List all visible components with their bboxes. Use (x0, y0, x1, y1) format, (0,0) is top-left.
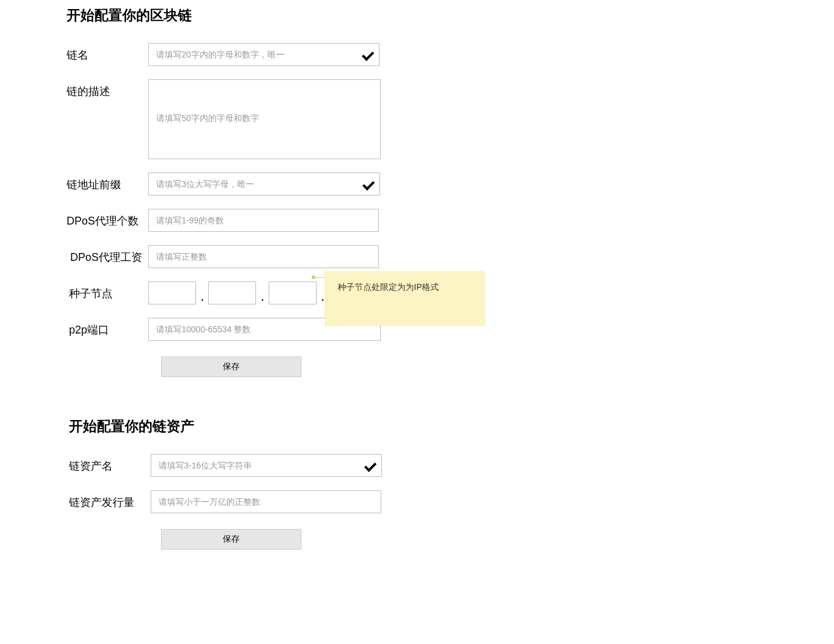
dpos-count-label: DPoS代理个数 (67, 209, 148, 228)
assetissue-label: 链资产发行量 (69, 490, 151, 510)
prefix-input[interactable] (148, 172, 380, 196)
seed-label: 种子节点 (67, 281, 148, 301)
prefix-label: 链地址前缀 (67, 172, 148, 192)
p2p-label: p2p端口 (67, 318, 148, 337)
dpos-count-input[interactable] (148, 209, 379, 232)
save-button-2[interactable]: 保存 (161, 529, 301, 550)
seed-ip-1[interactable] (148, 281, 196, 304)
ip-dot: . (321, 292, 324, 304)
dpos-wage-label: DPoS代理工资 (67, 245, 148, 264)
ip-dot: . (261, 292, 263, 304)
chainname-input[interactable] (148, 43, 379, 66)
assetissue-input[interactable] (151, 490, 381, 513)
annotation-box: 种子节点处限定为为IP格式 (324, 271, 485, 326)
desc-input[interactable] (148, 79, 381, 159)
section1-title: 开始配置你的区块链 (67, 6, 767, 25)
ip-dot: . (201, 292, 203, 304)
annotation-text: 种子节点处限定为为IP格式 (338, 282, 439, 292)
save-button-1[interactable]: 保存 (161, 356, 301, 377)
seed-ip-2[interactable] (208, 281, 256, 304)
desc-label: 链的描述 (67, 79, 148, 99)
assetname-input[interactable] (151, 454, 382, 477)
section2-title: 开始配置你的链资产 (69, 417, 767, 436)
dpos-wage-input[interactable] (148, 245, 379, 268)
chainname-label: 链名 (67, 43, 148, 62)
assetname-label: 链资产名 (69, 454, 151, 473)
seed-ip-3[interactable] (269, 281, 317, 304)
